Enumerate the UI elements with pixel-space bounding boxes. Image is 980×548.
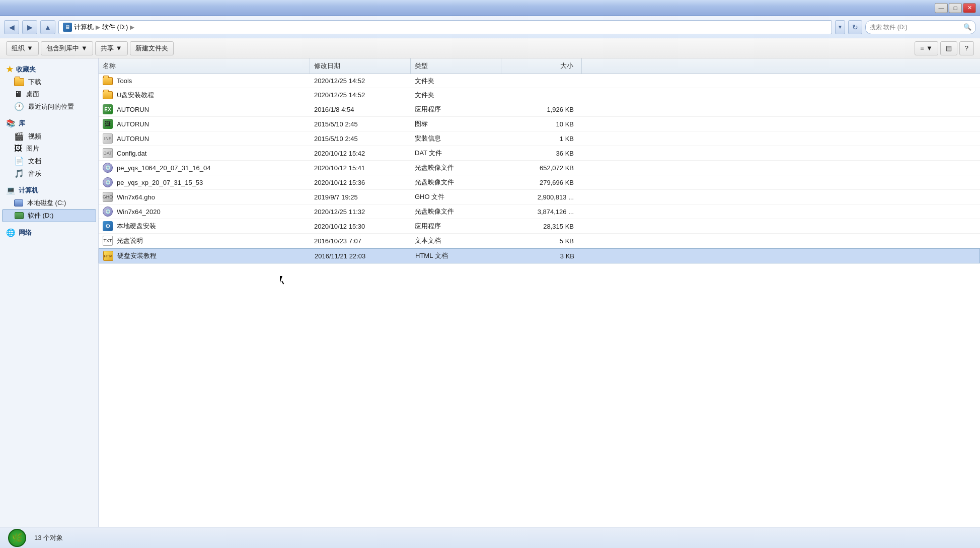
recent-label: 最近访问的位置 — [28, 102, 74, 111]
d-drive-label: 软件 (D:) — [28, 211, 53, 220]
column-type-header[interactable]: 类型 — [411, 58, 501, 74]
file-name: U盘安装教程 — [117, 91, 154, 100]
column-name-header[interactable]: 名称 — [99, 58, 310, 74]
sidebar-item-desktop[interactable]: 🖥 桌面 — [2, 88, 96, 100]
up-button[interactable]: ▲ — [40, 20, 55, 34]
file-name: 硬盘安装教程 — [117, 251, 157, 260]
file-size: 279,696 KB — [501, 177, 582, 188]
music-label: 音乐 — [28, 169, 41, 178]
network-header[interactable]: 🌐 网络 — [2, 226, 96, 239]
share-label: 共享 — [101, 44, 114, 53]
table-row[interactable]: 💿 Win7x64_2020 2020/12/25 11:32 光盘映像文件 3… — [99, 204, 980, 219]
close-button[interactable]: ✕ — [963, 3, 976, 13]
address-bar: ◀ ▶ ▲ 🖥 计算机 ▶ 软件 (D:) ▶ ▼ ↻ 🔍 — [0, 16, 980, 38]
organize-button[interactable]: 组织 ▼ — [6, 41, 39, 55]
file-size — [501, 93, 582, 97]
organize-label: 组织 — [12, 44, 25, 53]
help-icon: ? — [965, 44, 968, 52]
table-row[interactable]: EX AUTORUN 2016/1/8 4:54 应用程序 1,926 KB — [99, 102, 980, 117]
file-type: 文件夹 — [411, 89, 501, 102]
sidebar-item-pictures[interactable]: 🖼 图片 — [2, 143, 96, 155]
sidebar-item-c-drive[interactable]: 本地磁盘 (C:) — [2, 197, 96, 209]
table-row[interactable]: HTM 硬盘安装教程 2016/11/21 22:03 HTML 文档 3 KB — [99, 248, 980, 263]
help-button[interactable]: ? — [959, 41, 974, 55]
favorites-section: ★ 收藏夹 下载 🖥 桌面 🕐 最近访问的位置 — [2, 62, 96, 113]
table-row[interactable]: INF AUTORUN 2015/5/10 2:45 安装信息 1 KB — [99, 131, 980, 146]
table-row[interactable]: 🖼 AUTORUN 2015/5/10 2:45 图标 10 KB — [99, 117, 980, 131]
search-icon: 🔍 — [963, 23, 971, 31]
column-size-header[interactable]: 大小 — [501, 58, 582, 74]
include-dropdown-icon: ▼ — [81, 44, 88, 52]
file-name: AUTORUN — [117, 106, 149, 113]
pictures-label: 图片 — [26, 144, 39, 153]
share-button[interactable]: 共享 ▼ — [95, 41, 128, 55]
pictures-icon: 🖼 — [14, 144, 22, 153]
include-label: 包含到库中 — [46, 44, 79, 53]
table-row[interactable]: 💿 pe_yqs_xp_20_07_31_15_53 2020/10/12 15… — [99, 175, 980, 190]
forward-button[interactable]: ▶ — [22, 20, 37, 34]
file-size — [501, 79, 582, 83]
back-button[interactable]: ◀ — [4, 20, 19, 34]
breadcrumb-sep-1: ▶ — [96, 24, 100, 31]
breadcrumb-drive[interactable]: 软件 (D:) — [102, 23, 128, 32]
column-date-header[interactable]: 修改日期 — [310, 58, 411, 74]
address-dropdown-button[interactable]: ▼ — [835, 20, 845, 34]
file-size: 36 KB — [501, 148, 582, 159]
file-size: 3,874,126 ... — [501, 206, 582, 218]
file-date: 2020/12/25 14:52 — [310, 75, 411, 87]
ico-icon: 🖼 — [103, 119, 113, 129]
table-row[interactable]: DAT Config.dat 2020/10/12 15:42 DAT 文件 3… — [99, 146, 980, 161]
file-date: 2020/12/25 11:32 — [310, 206, 411, 218]
library-section: 📚 库 🎬 视频 🖼 图片 📄 文档 🎵 音乐 — [2, 117, 96, 180]
app-install-icon: ⚙ — [103, 221, 113, 231]
breadcrumb-sep-2: ▶ — [130, 24, 134, 31]
sidebar-item-music[interactable]: 🎵 音乐 — [2, 167, 96, 180]
library-header[interactable]: 📚 库 — [2, 117, 96, 130]
toggle-preview-button[interactable]: ▤ — [940, 41, 957, 55]
share-dropdown-icon: ▼ — [116, 44, 122, 52]
network-title: 网络 — [19, 228, 32, 237]
refresh-button[interactable]: ↻ — [848, 20, 862, 34]
minimize-button[interactable]: — — [935, 3, 948, 13]
file-size: 28,315 KB — [501, 221, 582, 232]
table-row[interactable]: 💿 pe_yqs_1064_20_07_31_16_04 2020/10/12 … — [99, 161, 980, 175]
sidebar-item-documents[interactable]: 📄 文档 — [2, 155, 96, 167]
file-type: 安装信息 — [411, 132, 501, 145]
window-controls: — □ ✕ — [935, 3, 976, 13]
search-input[interactable] — [870, 24, 960, 31]
search-bar[interactable]: 🔍 — [865, 20, 976, 34]
file-type: 应用程序 — [411, 220, 501, 233]
breadcrumb-computer[interactable]: 计算机 — [74, 23, 94, 32]
table-row[interactable]: TXT 光盘说明 2016/10/23 7:07 文本文档 5 KB — [99, 234, 980, 248]
file-date: 2015/5/10 2:45 — [310, 133, 411, 145]
table-row[interactable]: Tools 2020/12/25 14:52 文件夹 — [99, 74, 980, 88]
table-row[interactable]: GHO Win7x64.gho 2019/9/7 19:25 GHO 文件 2,… — [99, 190, 980, 204]
table-row[interactable]: ⚙ 本地硬盘安装 2020/10/12 15:30 应用程序 28,315 KB — [99, 219, 980, 234]
file-type: 图标 — [411, 117, 501, 130]
sidebar-item-downloads[interactable]: 下载 — [2, 76, 96, 88]
computer-header[interactable]: 💻 计算机 — [2, 184, 96, 197]
views-button[interactable]: ≡ ▼ — [915, 41, 938, 55]
file-size: 5 KB — [501, 235, 582, 247]
file-size: 1,926 KB — [501, 104, 582, 115]
table-row[interactable]: U盘安装教程 2020/12/25 14:52 文件夹 — [99, 88, 980, 102]
sidebar-item-recent[interactable]: 🕐 最近访问的位置 — [2, 100, 96, 113]
downloads-label: 下载 — [28, 78, 41, 87]
organize-dropdown-icon: ▼ — [27, 44, 33, 52]
sidebar-item-videos[interactable]: 🎬 视频 — [2, 130, 96, 143]
up-icon: ▲ — [44, 23, 51, 31]
include-library-button[interactable]: 包含到库中 ▼ — [41, 41, 93, 55]
file-type: HTML 文档 — [411, 249, 502, 262]
file-type: 光盘映像文件 — [411, 176, 501, 189]
file-name: 光盘说明 — [117, 236, 143, 245]
maximize-button[interactable]: □ — [949, 3, 962, 13]
new-folder-button[interactable]: 新建文件夹 — [130, 41, 174, 55]
file-area: 名称 修改日期 类型 大小 Tools 2020/12/25 14:52 文件夹… — [99, 58, 980, 527]
breadcrumb[interactable]: 🖥 计算机 ▶ 软件 (D:) ▶ — [58, 20, 832, 34]
favorites-header[interactable]: ★ 收藏夹 — [2, 62, 96, 76]
file-name: Win7x64.gho — [117, 193, 155, 201]
refresh-icon: ↻ — [852, 23, 858, 31]
sidebar-item-d-drive[interactable]: 软件 (D:) — [2, 209, 96, 222]
favorites-icon: ★ — [6, 64, 13, 74]
library-title: 库 — [19, 119, 25, 128]
